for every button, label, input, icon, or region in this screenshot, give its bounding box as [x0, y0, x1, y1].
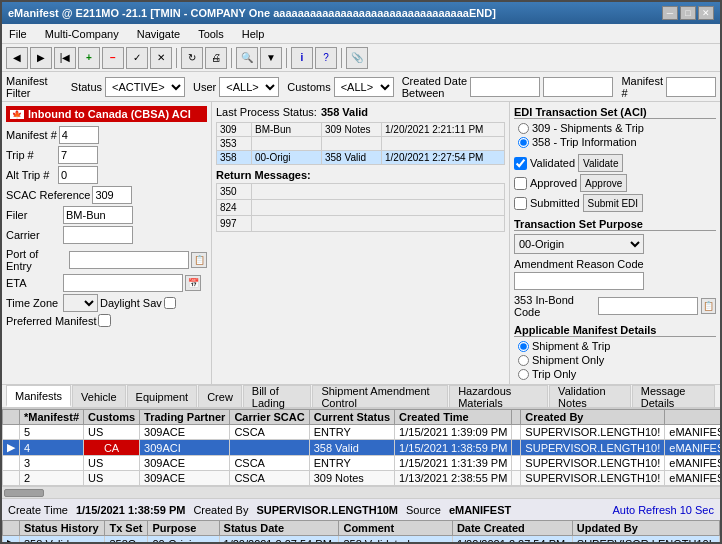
left-panel: 🍁 Inbound to Canada (CBSA) ACI Manifest …: [2, 102, 212, 384]
port-icon[interactable]: 📋: [191, 252, 207, 268]
carrier-input[interactable]: [63, 226, 133, 244]
menu-file[interactable]: File: [6, 27, 30, 41]
edi-radio-358[interactable]: [518, 137, 529, 148]
create-time-value: 1/15/2021 1:38:59 PM: [76, 504, 185, 516]
check-button[interactable]: ✓: [126, 47, 148, 69]
tab-manifests[interactable]: Manifests: [6, 385, 71, 407]
created-date-from[interactable]: [470, 77, 540, 97]
edi-tx-3: 358: [217, 151, 252, 165]
port-input[interactable]: [69, 251, 189, 269]
eta-calendar-icon[interactable]: 📅: [185, 275, 201, 291]
bond-input[interactable]: [598, 297, 698, 315]
history-row-1[interactable]: ▶ 358 Valid 358O 00-Origin 1/20/2021 2:2…: [3, 536, 720, 543]
edi-radio-309[interactable]: [518, 123, 529, 134]
submitted-checkbox[interactable]: [514, 197, 527, 210]
hist-updated-1: SUPERVISOR.LENGTH10!: [572, 536, 719, 543]
minimize-button[interactable]: ─: [662, 6, 678, 20]
tab-shipment-amendment[interactable]: Shipment Amendment Control: [312, 385, 448, 407]
daylight-checkbox[interactable]: [164, 297, 176, 309]
toolbar-sep3: [286, 48, 287, 68]
tab-crew[interactable]: Crew: [198, 385, 242, 407]
manifests-scrollbar-thumb[interactable]: [4, 489, 44, 497]
tx-purpose-title: Transaction Set Purpose: [514, 218, 716, 231]
manifests-scrollbar[interactable]: [2, 486, 720, 498]
tab-message-details[interactable]: Message Details: [632, 385, 715, 407]
approved-checkbox[interactable]: [514, 177, 527, 190]
col-trading-partner: Trading Partner: [140, 410, 230, 425]
eta-input[interactable]: [63, 274, 183, 292]
edi-tx-2: 353: [217, 137, 252, 151]
tab-vehicle[interactable]: Vehicle: [72, 385, 125, 407]
canada-header-text: Inbound to Canada (CBSA) ACI: [28, 108, 191, 120]
tab-bill-of-lading[interactable]: Bill of Lading: [243, 385, 312, 407]
timezone-row: Time Zone Daylight Sav: [6, 294, 207, 312]
minus-button[interactable]: −: [102, 47, 124, 69]
edi-row-3[interactable]: 358 00-Origi 358 Valid 1/20/2021 2:27:54…: [217, 151, 505, 165]
applicable-radio-trip-only[interactable]: [518, 369, 529, 380]
help-button[interactable]: ?: [315, 47, 337, 69]
main-content: 🍁 Inbound to Canada (CBSA) ACI Manifest …: [2, 102, 720, 542]
tab-equipment[interactable]: Equipment: [127, 385, 198, 407]
close-button[interactable]: ✕: [698, 6, 714, 20]
applicable-radio-shipment-only[interactable]: [518, 355, 529, 366]
manifest-row-5[interactable]: 5 US 309ACE CSCA ENTRY 1/15/2021 1:39:09…: [3, 425, 721, 440]
manifest-num-input[interactable]: [666, 77, 716, 97]
print-button[interactable]: 🖨: [205, 47, 227, 69]
tx-purpose-select[interactable]: 00-Origin: [514, 234, 644, 254]
amendment-input[interactable]: [514, 272, 644, 290]
manifest-row-3[interactable]: 3 US 309ACE CSCA ENTRY 1/15/2021 1:31:39…: [3, 456, 721, 471]
manifest-row-2[interactable]: 2 US 309ACE CSCA 309 Notes 1/13/2021 2:3…: [3, 471, 721, 486]
validate-button[interactable]: Validate: [578, 154, 623, 172]
hist-tx-1: 358O: [105, 536, 148, 543]
scac-input[interactable]: [92, 186, 132, 204]
first-button[interactable]: |◀: [54, 47, 76, 69]
filter-button[interactable]: ▼: [260, 47, 282, 69]
submit-edi-button[interactable]: Submit EDI: [583, 194, 644, 212]
attach-button[interactable]: 📎: [346, 47, 368, 69]
applicable-radio-shipment-trip[interactable]: [518, 341, 529, 352]
add-button[interactable]: +: [78, 47, 100, 69]
manifest-input[interactable]: [59, 126, 99, 144]
refresh-button[interactable]: ↻: [181, 47, 203, 69]
manifest-row-4[interactable]: ▶ 4 CA 309ACI 358 Valid 1/15/2021 1:38:5…: [3, 440, 721, 456]
return-table: 350 824 997: [216, 183, 505, 232]
partner-4: 309ACI: [140, 440, 230, 456]
menu-multicompany[interactable]: Multi-Company: [42, 27, 122, 41]
menu-tools[interactable]: Tools: [195, 27, 227, 41]
user-select[interactable]: <ALL>: [219, 77, 279, 97]
x-button[interactable]: ✕: [150, 47, 172, 69]
menu-help[interactable]: Help: [239, 27, 268, 41]
forward-button[interactable]: ▶: [30, 47, 52, 69]
edi-row-2[interactable]: 353: [217, 137, 505, 151]
menu-navigate[interactable]: Navigate: [134, 27, 183, 41]
pref-manifest-checkbox[interactable]: [98, 314, 111, 327]
tab-hazardous[interactable]: Hazardous Materials: [449, 385, 548, 407]
hist-purpose-1: 00-Origin: [148, 536, 219, 543]
status-select[interactable]: <ACTIVE>: [105, 77, 185, 97]
hist-col-created: Date Created: [452, 521, 572, 536]
hist-col-comment: Comment: [339, 521, 452, 536]
edi-row-1[interactable]: 309 BM-Bun 309 Notes 1/20/2021 2:21:11 P…: [217, 123, 505, 137]
bond-section: 353 In-Bond Code 📋: [514, 294, 716, 318]
alt-trip-input[interactable]: [58, 166, 98, 184]
process-label: Last Process Status:: [216, 106, 317, 118]
validated-checkbox[interactable]: [514, 157, 527, 170]
trip-input[interactable]: [58, 146, 98, 164]
info-button[interactable]: i: [291, 47, 313, 69]
search-button[interactable]: 🔍: [236, 47, 258, 69]
created-date-to[interactable]: [543, 77, 613, 97]
tab-validation-notes[interactable]: Validation Notes: [549, 385, 631, 407]
applicable-label-trip-only: Trip Only: [532, 368, 576, 380]
back-button[interactable]: ◀: [6, 47, 28, 69]
timezone-select[interactable]: [63, 294, 98, 312]
filer-input[interactable]: [63, 206, 133, 224]
carrier-label: Carrier: [6, 229, 61, 241]
return-row-1: 350: [217, 184, 505, 200]
maximize-button[interactable]: □: [680, 6, 696, 20]
pref-manifest-label: Preferred Manifest: [6, 315, 96, 327]
customs-select[interactable]: <ALL>: [334, 77, 394, 97]
approve-button[interactable]: Approve: [580, 174, 627, 192]
port-section: Port of Entry 📋 ETA 📅: [6, 248, 207, 292]
bond-icon[interactable]: 📋: [701, 298, 716, 314]
auto-refresh[interactable]: Auto Refresh 10 Sec: [612, 504, 714, 516]
